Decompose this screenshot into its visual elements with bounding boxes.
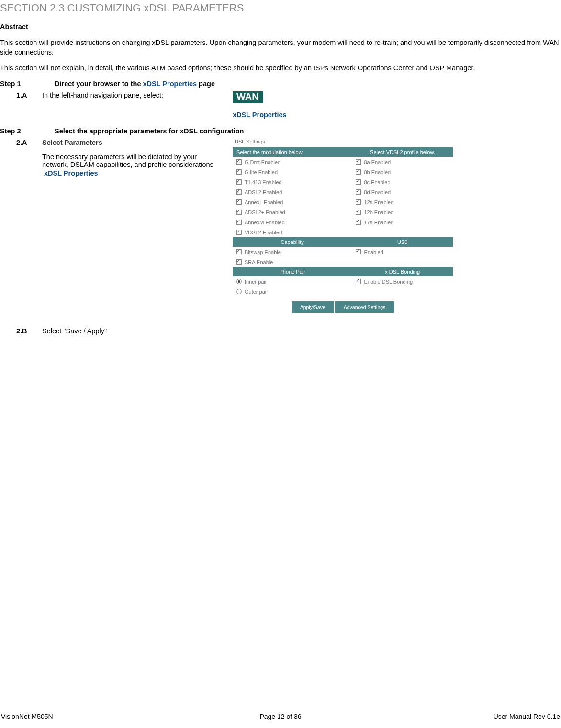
checkbox-icon[interactable]: [356, 220, 361, 225]
footer-left: VisionNet M505N: [1, 713, 187, 720]
footer-center: Page 12 of 36: [187, 713, 373, 720]
step-2b-row: 2.B Select "Save / Apply": [16, 327, 561, 335]
radio-icon[interactable]: [236, 289, 242, 294]
checkbox-icon[interactable]: [356, 199, 361, 205]
dsl-cap-hdr-left: Capability: [233, 237, 352, 247]
dsl-header-right: Select VDSL2 profile below.: [352, 147, 453, 157]
step-2a-title: Select Parameters: [42, 139, 224, 146]
step-1-text-link: xDSL Properties: [143, 80, 197, 88]
mod-label: T1.413 Enabled: [245, 179, 282, 185]
section-title: SECTION 2.3 CUSTOMIZING xDSL PARAMETERS: [0, 2, 561, 14]
checkbox-icon[interactable]: [356, 159, 361, 165]
checkbox-icon[interactable]: [356, 169, 361, 175]
dsl-header-left: Select the modulation below.: [233, 147, 352, 157]
prof-label: 17a Enabled: [364, 220, 393, 225]
step-2a-label: 2.A: [16, 139, 36, 313]
step-2-label: Step 2: [0, 127, 45, 135]
abstract-paragraph-1: This section will provide instructions o…: [0, 38, 561, 57]
abstract-paragraph-2: This section will not explain, in detail…: [0, 64, 561, 73]
prof-label: 12a Enabled: [364, 199, 393, 205]
radio-icon[interactable]: [236, 279, 242, 284]
pp-inner-label: Inner pair: [245, 279, 267, 285]
step-2-text: Select the appropriate parameters for xD…: [55, 127, 244, 135]
checkbox-icon[interactable]: [356, 189, 361, 195]
cap-label: SRA Enable: [245, 259, 273, 265]
step-1-text-suffix: page: [197, 80, 215, 88]
document-page: SECTION 2.3 CUSTOMIZING xDSL PARAMETERS …: [0, 2, 561, 728]
mod-label: G.lite Enabled: [245, 169, 278, 175]
step-1-text-prefix: Direct your browser to the: [55, 80, 143, 88]
mod-label: VDSL2 Enabled: [245, 230, 282, 235]
page-footer: VisionNet M505N Page 12 of 36 User Manua…: [0, 713, 561, 720]
checkbox-icon[interactable]: [236, 159, 242, 165]
xdsl-properties-link: xDSL Properties: [233, 111, 561, 119]
step-2b-text: Select "Save / Apply": [42, 327, 561, 335]
apply-save-button[interactable]: Apply/Save: [292, 301, 334, 313]
checkbox-icon[interactable]: [236, 179, 242, 185]
prof-label: 8d Enabled: [364, 189, 391, 195]
cap-label: Bitswap Enable: [245, 249, 281, 255]
prof-label: 8a Enabled: [364, 159, 391, 165]
checkbox-icon[interactable]: [236, 230, 242, 235]
step-1-row: Step 1 Direct your browser to the xDSL P…: [0, 80, 561, 88]
checkbox-icon[interactable]: [236, 169, 242, 175]
step-1a-label: 1.A: [16, 91, 36, 119]
dsl-capability-header: Capability US0: [233, 237, 453, 247]
step-1a-row: 1.A In the left-hand navigation pane, se…: [16, 91, 561, 119]
advanced-settings-button[interactable]: Advanced Settings: [335, 301, 394, 313]
checkbox-icon[interactable]: [236, 210, 242, 215]
step-2a-row: 2.A Select Parameters The necessary para…: [16, 139, 561, 313]
abstract-label: Abstract: [0, 23, 561, 31]
mod-label: ADSL2+ Enabled: [245, 210, 285, 215]
mod-label: G.Dmt Enabled: [245, 159, 280, 165]
prof-label: 8c Enabled: [364, 179, 390, 185]
mod-label: AnnexL Enabled: [245, 199, 283, 205]
dsl-header-row: Select the modulation below. Select VDSL…: [233, 147, 453, 157]
prof-label: 12b Enabled: [364, 210, 393, 215]
dsl-buttons-row: Apply/Save Advanced Settings: [233, 301, 453, 313]
pp-bonding-label: Enable DSL Bonding: [364, 279, 413, 285]
checkbox-icon[interactable]: [236, 259, 242, 265]
mod-label: AnnexM Enabled: [245, 220, 285, 225]
step-1-label: Step 1: [0, 80, 45, 88]
checkbox-icon[interactable]: [356, 279, 361, 284]
step-2a-body: The necessary parameters will be dictate…: [42, 153, 224, 168]
cap-us0-label: Enabled: [364, 249, 383, 255]
step-2-row: Step 2 Select the appropriate parameters…: [0, 127, 561, 135]
checkbox-icon[interactable]: [356, 249, 361, 254]
pp-outer-label: Outer pair: [245, 289, 268, 295]
dsl-cap-hdr-right: US0: [352, 237, 453, 247]
dsl-phonepair-header: Phone Pair x DSL Bonding: [233, 267, 453, 276]
dsl-pp-hdr-right: x DSL Bonding: [352, 267, 453, 276]
prof-label: 8b Enabled: [364, 169, 391, 175]
mod-label: ADSL2 Enabled: [245, 189, 282, 195]
checkbox-icon[interactable]: [236, 199, 242, 205]
checkbox-icon[interactable]: [236, 189, 242, 195]
checkbox-icon[interactable]: [356, 179, 361, 185]
dsl-settings-screenshot: DSL Settings Select the modulation below…: [233, 139, 453, 313]
checkbox-icon[interactable]: [356, 210, 361, 215]
checkbox-icon[interactable]: [236, 220, 242, 225]
footer-right: User Manual Rev 0.1e: [374, 713, 560, 720]
wan-badge: WAN: [233, 91, 263, 103]
checkbox-icon[interactable]: [236, 249, 242, 254]
step-1-text: Direct your browser to the xDSL Properti…: [55, 80, 215, 88]
step-2a-link: xDSL Properties: [42, 169, 224, 177]
step-2b-label: 2.B: [16, 327, 36, 335]
dsl-settings-title: DSL Settings: [235, 139, 453, 144]
step-1a-text: In the left-hand navigation pane, select…: [42, 91, 224, 119]
dsl-pp-hdr-left: Phone Pair: [233, 267, 352, 276]
